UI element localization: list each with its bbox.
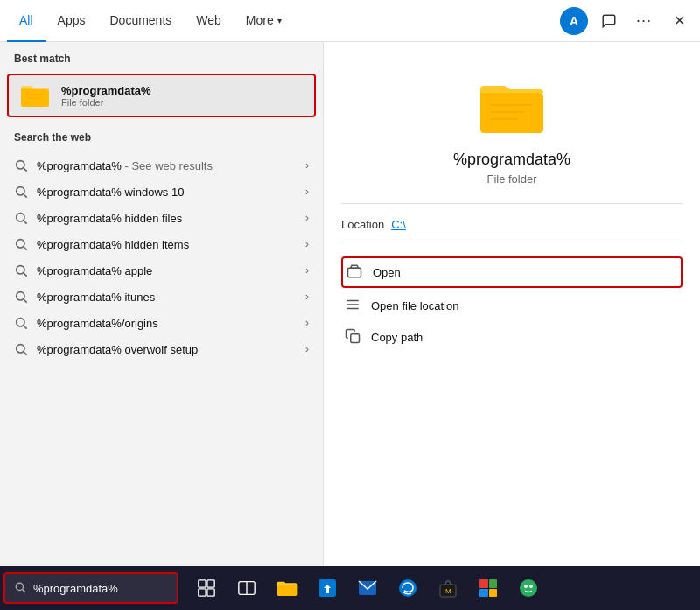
svg-line-13: [24, 299, 27, 303]
search-icon: [14, 342, 28, 356]
open-icon: [346, 263, 364, 281]
svg-line-9: [24, 247, 27, 250]
svg-point-10: [17, 266, 24, 274]
detail-divider: [341, 203, 682, 204]
chevron-right-icon: ›: [305, 317, 309, 329]
svg-rect-39: [489, 589, 497, 597]
tab-more[interactable]: More ▾: [234, 0, 294, 42]
svg-point-6: [17, 214, 24, 221]
task-view-button[interactable]: [187, 569, 226, 607]
svg-point-41: [524, 585, 528, 588]
svg-rect-21: [348, 268, 361, 277]
taskbar-icons: M: [187, 569, 548, 607]
svg-line-17: [24, 352, 27, 355]
search-icon: [14, 185, 28, 199]
svg-line-15: [24, 326, 27, 329]
svg-rect-22: [351, 334, 360, 343]
svg-rect-25: [199, 580, 206, 587]
detail-divider-2: [341, 242, 682, 242]
chevron-right-icon: ›: [305, 291, 309, 303]
web-search-label: Search the web: [0, 121, 323, 149]
action-open-file-location[interactable]: Open file location: [341, 290, 682, 321]
tab-bar-right: A ··· ✕: [560, 7, 693, 35]
taskbar-search-text: %programdata%: [33, 582, 118, 595]
avatar[interactable]: A: [560, 7, 588, 35]
svg-text:M: M: [445, 587, 452, 595]
search-icon: [14, 290, 28, 304]
action-list: Open Open file location: [341, 256, 682, 353]
svg-line-24: [23, 589, 25, 592]
close-icon[interactable]: ✕: [665, 7, 693, 35]
chevron-right-icon: ›: [305, 159, 309, 172]
folder-icon: [19, 82, 51, 109]
svg-point-2: [17, 161, 24, 169]
open-file-location-icon: [345, 297, 362, 314]
mail-button[interactable]: [348, 569, 387, 607]
list-item[interactable]: %programdata%/origins ›: [0, 310, 323, 336]
svg-point-40: [520, 579, 537, 597]
detail-location: Location C:\: [341, 214, 682, 242]
list-item[interactable]: %programdata% windows 10 ›: [0, 179, 323, 205]
web-search-list: %programdata% - See web results › %progr…: [0, 149, 323, 366]
list-item[interactable]: %programdata% itunes ›: [0, 284, 323, 310]
action-copy-path[interactable]: Copy path: [341, 321, 682, 353]
list-item[interactable]: %programdata% overwolf setup ›: [0, 336, 323, 362]
svg-rect-27: [199, 589, 206, 596]
taskbar-split-view-button[interactable]: [228, 569, 266, 607]
tiles-app-button[interactable]: [469, 569, 508, 607]
copy-path-icon: [345, 328, 362, 346]
best-match-text: %programdata% File folder: [61, 84, 151, 108]
file-explorer-button[interactable]: [268, 569, 306, 607]
list-item[interactable]: %programdata% hidden items ›: [0, 231, 323, 257]
taskbar: %programdata%: [0, 566, 700, 610]
best-match-label: Best match: [0, 42, 323, 70]
edge-button[interactable]: [388, 569, 427, 607]
microsoft-store-button[interactable]: [308, 569, 346, 607]
svg-point-4: [17, 187, 24, 195]
game-button[interactable]: [509, 569, 548, 607]
svg-rect-38: [480, 589, 488, 597]
svg-point-42: [529, 585, 533, 588]
svg-point-8: [17, 240, 24, 248]
search-icon: [14, 211, 28, 225]
chevron-right-icon: ›: [305, 238, 309, 250]
tab-all[interactable]: All: [7, 0, 46, 42]
chevron-right-icon: ›: [305, 212, 309, 224]
location-link[interactable]: C:\: [391, 218, 406, 231]
detail-folder-icon: [477, 77, 547, 137]
list-item[interactable]: %programdata% - See web results ›: [0, 152, 323, 179]
svg-line-11: [24, 273, 27, 277]
taskbar-search-box[interactable]: %programdata%: [4, 572, 178, 604]
search-icon: [14, 263, 28, 277]
detail-subtitle: File folder: [486, 172, 536, 186]
search-icon: [14, 316, 28, 330]
tab-documents[interactable]: Documents: [97, 0, 184, 42]
left-panel: Best match %programdata% File folder Sea…: [0, 42, 324, 610]
chevron-right-icon: ›: [305, 186, 309, 198]
shopping-button[interactable]: M: [429, 569, 467, 607]
svg-rect-26: [207, 580, 214, 587]
svg-point-14: [17, 319, 24, 326]
svg-point-12: [17, 292, 24, 300]
list-item[interactable]: %programdata% hidden files ›: [0, 205, 323, 231]
svg-line-3: [24, 168, 27, 172]
main-content: Best match %programdata% File folder Sea…: [0, 42, 700, 610]
tab-bar: All Apps Documents Web More ▾ A ···: [0, 0, 700, 42]
best-match-item[interactable]: %programdata% File folder: [7, 74, 316, 117]
svg-rect-28: [207, 589, 214, 596]
svg-rect-37: [489, 579, 497, 588]
detail-title: %programdata%: [453, 151, 570, 169]
feedback-icon[interactable]: [595, 7, 623, 35]
action-open[interactable]: Open: [341, 256, 682, 288]
tab-apps[interactable]: Apps: [46, 0, 98, 42]
tab-web[interactable]: Web: [184, 0, 234, 42]
more-options-icon[interactable]: ···: [630, 7, 658, 35]
list-item[interactable]: %programdata% apple ›: [0, 257, 323, 284]
svg-point-16: [17, 345, 24, 353]
search-icon: [14, 158, 28, 172]
chevron-right-icon: ›: [305, 343, 309, 355]
svg-line-7: [24, 221, 27, 224]
svg-rect-36: [480, 579, 488, 588]
svg-line-5: [24, 194, 27, 198]
right-panel: %programdata% File folder Location C:\: [324, 42, 700, 610]
